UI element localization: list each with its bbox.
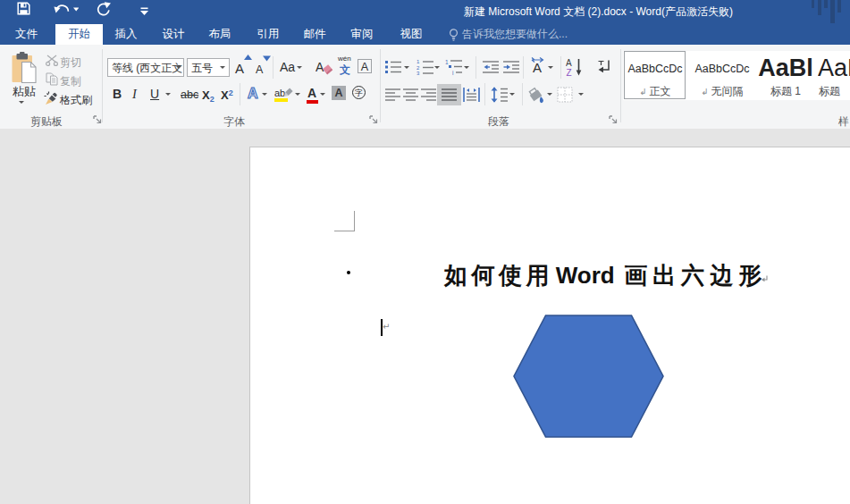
svg-text:i: i <box>452 70 453 75</box>
svg-text:1: 1 <box>445 59 449 65</box>
svg-text:Z: Z <box>567 68 572 77</box>
svg-text:2: 2 <box>417 65 420 71</box>
svg-text:3: 3 <box>417 71 420 75</box>
svg-text:1: 1 <box>417 59 420 64</box>
svg-text:A: A <box>316 60 324 74</box>
svg-text:ab: ab <box>274 88 285 98</box>
svg-text:A: A <box>566 58 572 68</box>
